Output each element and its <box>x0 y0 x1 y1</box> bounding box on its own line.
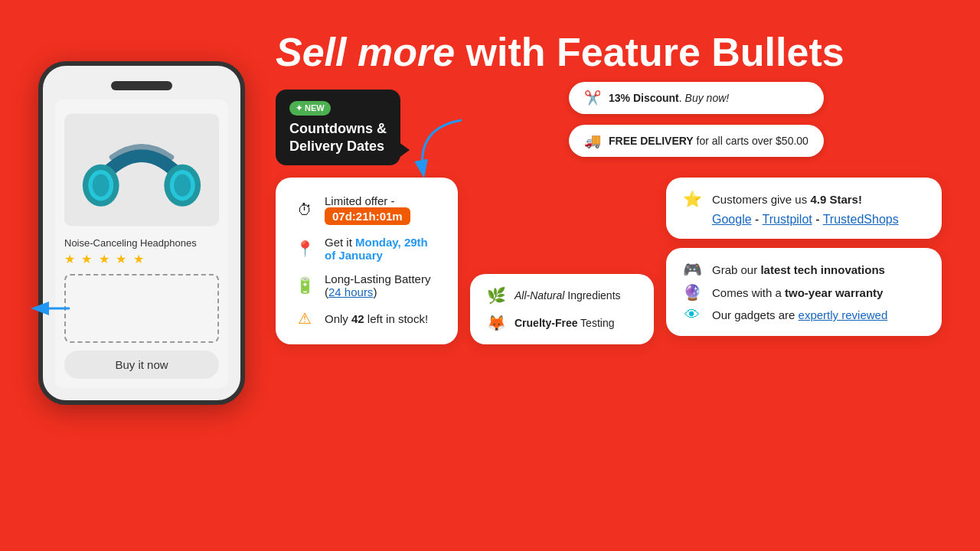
delivery-text: FREE DELIVERY for all carts over $50.00 <box>609 135 808 147</box>
pills-column: ✂️ 13% Discount. Buy now! 🚚 FREE DELIVER… <box>569 82 824 157</box>
delivery-pill: 🚚 FREE DELIVERY for all carts over $50.0… <box>569 125 824 157</box>
stock-text: Only 42 left in stock! <box>325 312 428 325</box>
cruelty-free-text: Cruelty-Free Testing <box>514 317 614 329</box>
expertly-reviewed-link[interactable]: expertly reviewed <box>799 308 888 321</box>
phone-mockup: Noise-Canceling Headphones ★ ★ ★ ★ ★ <box>38 61 245 405</box>
battery-link[interactable]: 24 hours <box>328 285 373 298</box>
review-row: 👁 Our gadgets are expertly reviewed <box>681 306 926 324</box>
small-card: 🌿 All-Natural Ingredients 🦊 Cruelty-Free… <box>470 274 654 344</box>
review-links: Google - Trustpilot - TrustedShops <box>681 213 926 227</box>
stars-row: ⭐ Customers give us 4.9 Stars! <box>681 190 926 208</box>
google-link[interactable]: Google <box>712 213 752 226</box>
battery-text: Long-Lasting Battery (24 hours) <box>325 272 439 298</box>
delivery-date-text: Get it Monday, 29th of January <box>325 236 439 262</box>
new-badge: ✦ NEW <box>289 101 331 116</box>
warranty-text: Comes with a two-year warranty <box>712 286 883 299</box>
separator1: - <box>755 213 762 226</box>
callout-title: Countdowns &Delivery Dates <box>289 120 387 155</box>
bottom-section: ⏱ Limited offer - 07d:21h:01m 📍 Get it M… <box>276 178 942 344</box>
stars-card: ⭐ Customers give us 4.9 Stars! Google - … <box>666 178 942 239</box>
gamepad-icon: 🎮 <box>681 260 703 279</box>
stars-text: Customers give us 4.9 Stars! <box>712 193 862 206</box>
arrow-left-icon <box>28 297 74 320</box>
warranty-icon: 🔮 <box>681 283 703 302</box>
trustedshops-link[interactable]: TrustedShops <box>823 213 899 226</box>
tech-row: 🎮 Grab our latest tech innovations <box>681 260 926 279</box>
new-badge-label: ✦ NEW <box>296 103 325 113</box>
add-to-cart-area <box>64 274 219 343</box>
headline-rest: with Feature Bullets <box>455 30 844 74</box>
headline: Sell more with Feature Bullets <box>276 31 942 74</box>
discount-text: 13% Discount. Buy now! <box>609 92 729 104</box>
tech-text: Grab our latest tech innovations <box>712 263 885 276</box>
headphones-image <box>64 109 219 231</box>
small-card-wrapper: 🌿 All-Natural Ingredients 🦊 Cruelty-Free… <box>470 274 654 344</box>
natural-text: All-Natural Ingredients <box>514 289 621 302</box>
leaf-icon: 🌿 <box>485 286 507 305</box>
warning-icon: ⚠ <box>294 309 315 328</box>
battery-icon: 🔋 <box>294 276 315 295</box>
product-name: Noise-Canceling Headphones <box>64 237 219 249</box>
bullet-stock: ⚠ Only 42 left in stock! <box>294 309 439 328</box>
review-text: Our gadgets are expertly reviewed <box>712 308 887 321</box>
phone-screen: Noise-Canceling Headphones ★ ★ ★ ★ ★ <box>55 99 228 388</box>
bullet-countdown: ⏱ Limited offer - 07d:21h:01m <box>294 194 439 225</box>
trustpilot-link[interactable]: Trustpilot <box>763 213 812 226</box>
natural-bullet: 🌿 All-Natural Ingredients <box>485 286 639 305</box>
bullet-battery: 🔋 Long-Lasting Battery (24 hours) <box>294 272 439 298</box>
cruelty-free-icon: 🦊 <box>485 314 507 332</box>
headline-sell-more: Sell more <box>276 30 455 74</box>
location-icon: 📍 <box>294 240 315 258</box>
svg-rect-0 <box>64 114 219 227</box>
right-cards: ⭐ Customers give us 4.9 Stars! Google - … <box>666 178 942 336</box>
phone-frame: Noise-Canceling Headphones ★ ★ ★ ★ ★ <box>38 61 245 405</box>
warranty-row: 🔮 Comes with a two-year warranty <box>681 283 926 302</box>
delivery-icon: 🚚 <box>584 132 601 149</box>
callout-wrapper: ✦ NEW Countdowns &Delivery Dates <box>276 90 400 165</box>
countdown-text: Limited offer - 07d:21h:01m <box>325 194 439 225</box>
phone-notch <box>111 81 172 90</box>
discount-icon: ✂️ <box>584 90 601 106</box>
callout-box: ✦ NEW Countdowns &Delivery Dates <box>276 90 400 165</box>
right-content: Sell more with Feature Bullets ✦ NEW Cou… <box>276 31 942 344</box>
svg-point-6 <box>174 174 191 197</box>
main-container: Noise-Canceling Headphones ★ ★ ★ ★ ★ <box>0 0 980 551</box>
discount-pill: ✂️ 13% Discount. Buy now! <box>569 82 824 114</box>
bullet-delivery-date: 📍 Get it Monday, 29th of January <box>294 236 439 262</box>
timer-icon: ⏱ <box>294 201 315 219</box>
eye-icon: 👁 <box>681 306 703 324</box>
svg-point-5 <box>93 174 109 197</box>
top-section: ✦ NEW Countdowns &Delivery Dates <box>276 90 942 165</box>
countdown-badge: 07d:21h:01m <box>325 207 410 225</box>
buy-button[interactable]: Buy it now <box>64 350 219 379</box>
curved-arrow-icon <box>408 112 469 189</box>
separator2: - <box>815 213 822 226</box>
product-stars: ★ ★ ★ ★ ★ <box>64 252 219 266</box>
cruelty-free-bullet: 🦊 Cruelty-Free Testing <box>485 314 639 332</box>
star-icon: ⭐ <box>681 190 703 208</box>
tech-card: 🎮 Grab our latest tech innovations 🔮 Com… <box>666 248 942 336</box>
bullets-card: ⏱ Limited offer - 07d:21h:01m 📍 Get it M… <box>276 178 458 344</box>
